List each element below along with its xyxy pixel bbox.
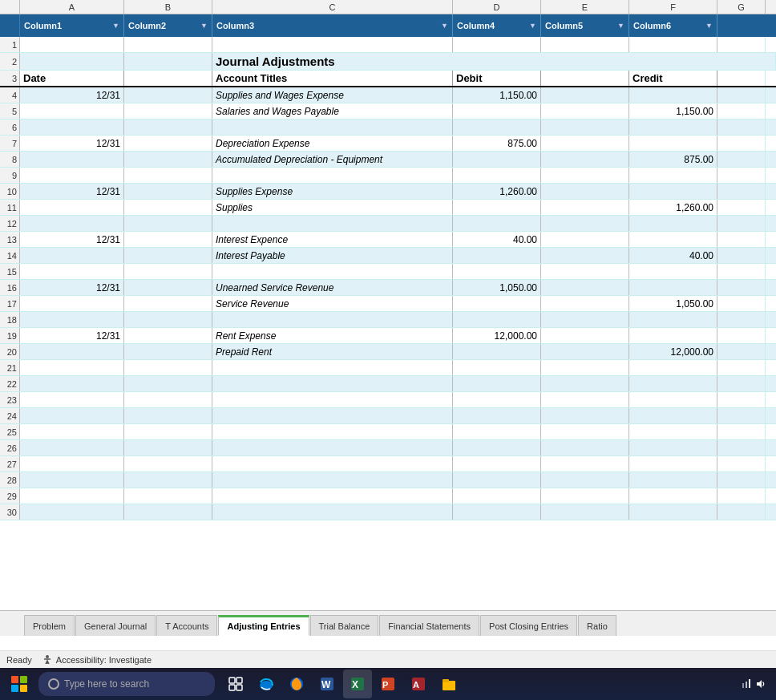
cell-account[interactable]: Unearned Service Revenue bbox=[212, 280, 453, 295]
cell-date[interactable] bbox=[20, 296, 124, 311]
cell-date[interactable] bbox=[20, 264, 124, 279]
cell-b[interactable] bbox=[124, 376, 212, 391]
cell-b[interactable] bbox=[124, 328, 212, 343]
cell-b[interactable] bbox=[124, 424, 212, 439]
cell-e[interactable] bbox=[541, 168, 629, 183]
cell-credit[interactable] bbox=[629, 472, 717, 488]
cell-b[interactable] bbox=[124, 312, 212, 327]
cell-credit[interactable] bbox=[629, 504, 717, 520]
cell-g[interactable] bbox=[717, 328, 766, 343]
cell-e[interactable] bbox=[541, 456, 629, 471]
cell-credit[interactable] bbox=[629, 216, 717, 231]
cell-date[interactable] bbox=[20, 200, 124, 215]
cell-credit[interactable] bbox=[629, 488, 717, 504]
cell-credit[interactable] bbox=[629, 408, 717, 423]
cell-g[interactable] bbox=[717, 376, 766, 391]
sheet-tab-ratio[interactable]: Ratio bbox=[578, 615, 616, 636]
cell-account[interactable]: Supplies Expense bbox=[212, 184, 453, 199]
cell-e[interactable] bbox=[541, 216, 629, 231]
cell-date[interactable] bbox=[20, 456, 124, 471]
cell-credit[interactable] bbox=[629, 456, 717, 471]
cell-credit[interactable] bbox=[629, 360, 717, 375]
cell-b[interactable] bbox=[124, 119, 212, 135]
cell-g[interactable] bbox=[717, 344, 766, 359]
cell-e[interactable] bbox=[541, 248, 629, 263]
cell-e[interactable] bbox=[541, 152, 629, 167]
cell-g[interactable] bbox=[717, 424, 766, 439]
cell-credit[interactable] bbox=[629, 392, 717, 407]
cell-g[interactable] bbox=[717, 504, 766, 520]
cell-debit[interactable] bbox=[453, 248, 541, 263]
cell-b[interactable] bbox=[124, 472, 212, 488]
accessibility-status[interactable]: Accessibility: Investigate bbox=[42, 654, 152, 666]
cell-b[interactable] bbox=[124, 408, 212, 423]
spreadsheet-title[interactable]: Journal Adjustments bbox=[212, 53, 776, 70]
sheet-tab-financial-statements[interactable]: Financial Statements bbox=[379, 615, 479, 636]
cell-credit[interactable] bbox=[629, 136, 717, 151]
cell-credit[interactable]: 1,260.00 bbox=[629, 200, 717, 215]
cell-date[interactable]: 12/31 bbox=[20, 184, 124, 199]
cell-date[interactable] bbox=[20, 360, 124, 375]
cell-debit[interactable] bbox=[453, 440, 541, 455]
cell-account[interactable] bbox=[212, 264, 453, 279]
cell-debit[interactable] bbox=[453, 360, 541, 375]
cell-g[interactable] bbox=[717, 248, 766, 263]
cell-g[interactable] bbox=[717, 312, 766, 327]
cell-b[interactable] bbox=[124, 344, 212, 359]
cell-credit[interactable]: 1,050.00 bbox=[629, 296, 717, 311]
cell-credit[interactable] bbox=[629, 312, 717, 327]
cell-e[interactable] bbox=[541, 119, 629, 135]
cell-date[interactable] bbox=[20, 392, 124, 407]
cell-account[interactable] bbox=[212, 472, 453, 488]
access-button[interactable]: A bbox=[404, 670, 433, 698]
cell-account[interactable]: Salaries and Wages Payable bbox=[212, 103, 453, 119]
cell-credit[interactable]: 12,000.00 bbox=[629, 344, 717, 359]
cell-date[interactable] bbox=[20, 344, 124, 359]
cell-date[interactable]: 12/31 bbox=[20, 280, 124, 295]
cell-debit[interactable] bbox=[453, 488, 541, 504]
cell-b[interactable] bbox=[124, 152, 212, 167]
sheet-tab-general-journal[interactable]: General Journal bbox=[75, 615, 156, 636]
cell-g[interactable] bbox=[717, 488, 766, 504]
cell-g[interactable] bbox=[717, 152, 766, 167]
cell-b[interactable] bbox=[124, 87, 212, 103]
cell-credit[interactable] bbox=[629, 264, 717, 279]
cell-e[interactable] bbox=[541, 264, 629, 279]
cell-g[interactable] bbox=[717, 168, 766, 183]
cell-debit[interactable] bbox=[453, 264, 541, 279]
cell-g[interactable] bbox=[717, 264, 766, 279]
cell-b[interactable] bbox=[124, 392, 212, 407]
cell-debit[interactable]: 1,260.00 bbox=[453, 184, 541, 199]
col-filter-2[interactable]: Column2 ▼ bbox=[124, 14, 212, 37]
cell-credit[interactable] bbox=[629, 280, 717, 295]
cell-b[interactable] bbox=[124, 136, 212, 151]
cell-b[interactable] bbox=[124, 264, 212, 279]
col-filter-1[interactable]: Column1 ▼ bbox=[20, 14, 124, 37]
cell-e[interactable] bbox=[541, 424, 629, 439]
cell-debit[interactable] bbox=[453, 504, 541, 520]
cell-g[interactable] bbox=[717, 119, 766, 135]
cell-account[interactable]: Prepaid Rent bbox=[212, 344, 453, 359]
cell-debit[interactable] bbox=[453, 424, 541, 439]
task-view-button[interactable] bbox=[221, 670, 250, 698]
cell-date[interactable] bbox=[20, 504, 124, 520]
cell-debit[interactable] bbox=[453, 408, 541, 423]
cell-account[interactable] bbox=[212, 408, 453, 423]
cell-credit[interactable]: 875.00 bbox=[629, 152, 717, 167]
cell-e[interactable] bbox=[541, 504, 629, 520]
cell-debit[interactable] bbox=[453, 119, 541, 135]
cell-account[interactable]: Service Revenue bbox=[212, 296, 453, 311]
title-col-b[interactable] bbox=[124, 53, 212, 70]
file-explorer-button[interactable] bbox=[434, 670, 463, 698]
cell-g[interactable] bbox=[717, 408, 766, 423]
cell-account[interactable] bbox=[212, 312, 453, 327]
cell-e[interactable] bbox=[541, 392, 629, 407]
cell-date[interactable] bbox=[20, 312, 124, 327]
cell-credit[interactable] bbox=[629, 376, 717, 391]
cell-debit[interactable]: 1,050.00 bbox=[453, 280, 541, 295]
cell-debit[interactable]: 40.00 bbox=[453, 232, 541, 247]
col-filter-3[interactable]: Column3 ▼ bbox=[212, 14, 453, 37]
excel-button[interactable]: X bbox=[343, 670, 372, 698]
cell-date[interactable]: 12/31 bbox=[20, 87, 124, 103]
cell-g[interactable] bbox=[717, 87, 766, 103]
